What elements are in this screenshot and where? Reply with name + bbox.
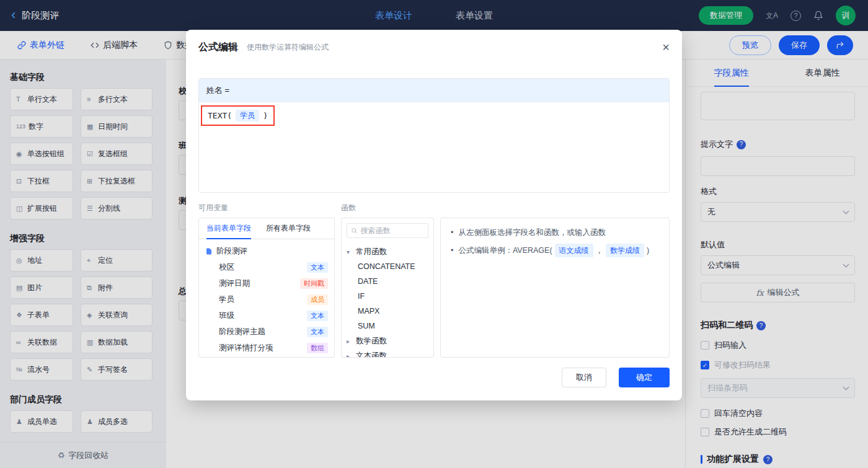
functions-tree: ▾ 常用函数 CONCATENATE DATE IF MAPX SUM ▸ 数学… [342, 243, 433, 358]
example-chip: 数学成绩 [606, 244, 644, 257]
variables-heading: 可用变量 [198, 203, 335, 213]
functions-column: 函数 ▾ 常用函数 CONCATENATE DATE IF [341, 203, 434, 358]
chevron-right-icon: ▸ [347, 338, 353, 345]
variable-item-eval-topic[interactable]: 阶段测评主题 文本 [205, 324, 328, 340]
function-group-math[interactable]: ▸ 数学函数 [347, 333, 428, 348]
formula-text: ) [263, 111, 268, 120]
type-tag: 文本 [307, 262, 328, 273]
variable-item-eval-date[interactable]: 测评日期 时间戳 [205, 275, 328, 291]
function-search-input[interactable] [360, 226, 424, 235]
function-item-sum[interactable]: SUM [347, 319, 428, 333]
function-group-text[interactable]: ▸ 文本函数 [347, 348, 428, 358]
function-item-date[interactable]: DATE [347, 274, 428, 289]
field-chip[interactable]: 学员 [236, 110, 259, 121]
dialog-footer: 取消 确定 [198, 368, 670, 387]
example-chip: 语文成绩 [555, 244, 593, 257]
type-tag: 文本 [307, 327, 328, 337]
help-line-2: •公式编辑举例：AVERAGE(语文成绩，数学成绩) [451, 244, 659, 257]
variables-tabs: 当前表单字段 所有表单字段 [199, 218, 334, 239]
formula-input-area[interactable]: TEXT( 学员 ) [199, 102, 669, 192]
functions-heading: 函数 [341, 203, 434, 213]
functions-panel: ▾ 常用函数 CONCATENATE DATE IF MAPX SUM ▸ 数学… [341, 218, 434, 358]
app-window: ‹ 阶段测评 表单设计 表单设置 数据管理 文A ? 训 表单外链 后端脚本 [0, 0, 868, 468]
cancel-button[interactable]: 取消 [562, 368, 606, 387]
type-tag: 文本 [307, 311, 328, 321]
help-line-1: •从左侧面板选择字段名和函数，或输入函数 [451, 226, 659, 239]
variables-tree: 阶段测评 校区 文本 测评日期 时间戳 学员 成员 [199, 239, 334, 358]
function-item-concatenate[interactable]: CONCATENATE [347, 259, 428, 274]
function-group-common[interactable]: ▾ 常用函数 [347, 244, 428, 259]
tab-current-form-fields[interactable]: 当前表单字段 [206, 218, 251, 239]
dialog-subtitle: 使用数学运算符编辑公式 [247, 42, 329, 53]
dialog-header: 公式编辑 使用数学运算符编辑公式 × [186, 30, 682, 64]
help-panel: •从左侧面板选择字段名和函数，或输入函数 •公式编辑举例：AVERAGE(语文成… [440, 218, 670, 358]
chevron-right-icon: ▸ [347, 353, 353, 358]
function-item-mapx[interactable]: MAPX [347, 304, 428, 319]
dialog-title: 公式编辑 [198, 41, 238, 54]
formula-editor: 姓名 = TEXT( 学员 ) [198, 78, 670, 193]
formula-error-highlight: TEXT( 学员 ) [201, 105, 275, 126]
type-tag: 成员 [307, 294, 328, 305]
variable-item-campus[interactable]: 校区 文本 [205, 259, 328, 275]
function-search [347, 223, 428, 238]
type-tag: 时间戳 [300, 278, 328, 289]
variable-item-eval-detail[interactable]: 测评详情打分项 数组 [205, 340, 328, 356]
close-icon[interactable]: × [662, 41, 670, 53]
confirm-button[interactable]: 确定 [619, 368, 670, 387]
function-item-if[interactable]: IF [347, 289, 428, 304]
variables-column: 可用变量 当前表单字段 所有表单字段 阶段测评 校区 文本 [198, 203, 335, 358]
help-column: •从左侧面板选择字段名和函数，或输入函数 •公式编辑举例：AVERAGE(语文成… [440, 203, 670, 358]
formula-target: 姓名 = [199, 79, 669, 102]
variables-panel: 当前表单字段 所有表单字段 阶段测评 校区 文本 测评日期 [198, 218, 335, 358]
variable-tree-root[interactable]: 阶段测评 [205, 243, 328, 259]
formula-editor-dialog: 公式编辑 使用数学运算符编辑公式 × 姓名 = TEXT( 学员 ) 可用变量 … [186, 30, 682, 400]
tab-all-form-fields[interactable]: 所有表单字段 [266, 218, 311, 239]
variable-item-student[interactable]: 学员 成员 [205, 291, 328, 307]
document-icon [205, 247, 213, 255]
search-icon [351, 227, 357, 234]
dialog-panels: 可用变量 当前表单字段 所有表单字段 阶段测评 校区 文本 [198, 203, 670, 358]
chevron-down-icon: ▾ [347, 249, 353, 255]
type-tag: 数组 [307, 343, 328, 353]
variable-item-class[interactable]: 班级 文本 [205, 307, 328, 324]
formula-text: TEXT( [208, 111, 232, 120]
